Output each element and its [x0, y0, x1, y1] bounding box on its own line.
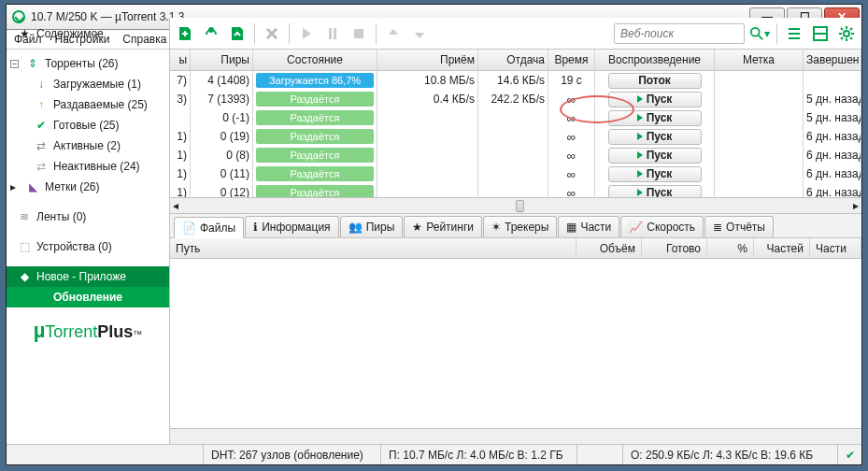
status-dht[interactable]: DHT: 267 узлов (обновление) — [203, 445, 380, 464]
tab-reports[interactable]: ≣Отчёты — [704, 216, 774, 237]
sidebar-active[interactable]: ⇄ Активные (2) — [7, 136, 169, 156]
list-scrollbar[interactable]: ◂ ▸ — [170, 197, 861, 213]
dcol-size[interactable]: Объём — [576, 238, 642, 258]
sidebar-content[interactable]: ★ Содержимое — [7, 23, 169, 44]
pieces-icon: ▦ — [566, 221, 576, 234]
detail-scrollbar[interactable] — [170, 428, 861, 444]
col-peers[interactable]: Пиры — [191, 50, 253, 70]
dcol-done[interactable]: Готово — [642, 238, 707, 258]
dcol-pieces[interactable]: Частей — [754, 238, 810, 258]
detail-tabs: 📄Файлы ℹИнформация 👥Пиры ★Рейтинги ✶Трек… — [170, 214, 861, 238]
sidebar: ★ Содержимое − ⇕ Торренты (26) ↓ Загружа… — [7, 18, 170, 444]
tab-files[interactable]: 📄Файлы — [174, 217, 244, 238]
collapse-icon[interactable]: − — [10, 60, 19, 68]
add-url-button[interactable] — [200, 22, 222, 45]
move-up-button[interactable] — [382, 22, 405, 45]
sidebar-completed[interactable]: ✔ Готовые (25) — [7, 115, 169, 136]
sidebar-seeding[interactable]: ↑ Раздаваемые (25) — [7, 94, 169, 115]
remove-button[interactable] — [261, 22, 283, 45]
speed-icon: 📈 — [629, 221, 643, 234]
app-icon — [12, 10, 25, 23]
start-button[interactable] — [295, 22, 318, 45]
trackers-icon: ✶ — [491, 221, 501, 234]
col-stream[interactable]: Воспроизведение — [595, 50, 715, 70]
info-icon: ℹ — [253, 221, 258, 234]
tab-trackers[interactable]: ✶Трекеры — [483, 216, 557, 237]
table-row[interactable]: 1)0 (11)Раздаётся∞Пуск6 дн. назад — [170, 164, 861, 183]
files-icon: 📄 — [182, 221, 196, 235]
col-state[interactable]: Состояние — [253, 50, 377, 70]
search-input[interactable] — [614, 23, 745, 44]
view-detail-button[interactable] — [809, 22, 832, 45]
stream-button[interactable]: Поток — [608, 73, 702, 89]
torrents-icon: ⇕ — [26, 57, 39, 70]
svg-point-4 — [844, 31, 849, 36]
list-header: ы Пиры Состояние Приём Отдача Время Восп… — [170, 50, 861, 71]
status-up[interactable]: О: 250.9 КБ/с Л: 4.3 КБ/с В: 19.6 КБ — [622, 445, 837, 464]
play-button[interactable]: Пуск — [608, 185, 702, 198]
tab-peers[interactable]: 👥Пиры — [340, 216, 404, 237]
sidebar-feeds[interactable]: ≋ Ленты (0) — [7, 207, 169, 227]
check-icon: ✔ — [35, 119, 48, 132]
sidebar-torrents[interactable]: − ⇕ Торренты (26) — [7, 53, 169, 74]
tab-ratings[interactable]: ★Рейтинги — [404, 216, 482, 237]
expand-icon[interactable]: ▸ — [10, 180, 21, 193]
star-icon: ★ — [18, 27, 31, 40]
download-icon: ↓ — [35, 78, 48, 91]
active-icon: ⇄ — [35, 139, 48, 152]
add-torrent-button[interactable] — [174, 22, 196, 45]
toolbar: ▾ — [170, 18, 861, 50]
table-row[interactable]: 3)7 (1393)Раздаётся0.4 КБ/s242.2 КБ/s∞Пу… — [170, 90, 861, 108]
col-done[interactable]: Завершен — [804, 50, 861, 70]
sidebar-downloading[interactable]: ↓ Загружаемые (1) — [7, 74, 169, 94]
search-button[interactable]: ▾ — [748, 22, 771, 45]
play-button[interactable]: Пуск — [608, 92, 702, 107]
tab-pieces[interactable]: ▦Части — [558, 216, 619, 237]
table-row[interactable]: 1)0 (8)Раздаётся∞Пуск6 дн. назад — [170, 146, 861, 164]
reports-icon: ≣ — [713, 221, 722, 234]
pause-button[interactable] — [321, 22, 344, 45]
rss-icon: ≋ — [18, 210, 31, 223]
play-button[interactable]: Пуск — [608, 148, 702, 164]
statusbar: DHT: 267 узлов (обновление) П: 10.7 МБ/с… — [7, 444, 861, 464]
col-time[interactable]: Время — [548, 50, 595, 70]
stop-button[interactable] — [348, 22, 370, 45]
table-row[interactable]: 7)4 (1408)Загружается 86,7%10.8 МБ/s14.6… — [170, 71, 861, 90]
table-row[interactable]: 1)0 (12)Раздаётся∞Пуск6 дн. назад — [170, 183, 861, 197]
create-torrent-button[interactable] — [226, 22, 249, 45]
upload-icon: ↑ — [35, 98, 48, 111]
settings-button[interactable] — [835, 22, 858, 45]
svg-rect-1 — [354, 29, 363, 38]
ratings-icon: ★ — [412, 221, 422, 234]
sidebar-apps[interactable]: ◆ Новое - Приложе — [7, 266, 169, 287]
peers-icon: 👥 — [349, 221, 363, 234]
table-row[interactable]: 1)0 (19)Раздаётся∞Пуск6 дн. назад — [170, 127, 861, 146]
sidebar-labels[interactable]: ▸ ◣ Метки (26) — [7, 177, 169, 197]
tab-speed[interactable]: 📈Скорость — [620, 216, 704, 237]
sidebar-devices[interactable]: ⬚ Устройства (0) — [7, 236, 169, 257]
play-button[interactable]: Пуск — [608, 166, 702, 182]
tab-info[interactable]: ℹИнформация — [245, 216, 338, 237]
label-icon: ◣ — [26, 180, 39, 193]
promo-logo[interactable]: µTorrentPlus™ — [7, 315, 169, 347]
col-down[interactable]: Приём — [377, 50, 478, 70]
sidebar-update[interactable]: Обновление — [7, 287, 169, 307]
col-seeds[interactable]: ы — [170, 50, 191, 70]
play-button[interactable]: Пуск — [608, 129, 702, 145]
col-label[interactable]: Метка — [715, 50, 804, 70]
sidebar-inactive[interactable]: ⇄ Неактивные (24) — [7, 156, 169, 177]
col-up[interactable]: Отдача — [478, 50, 548, 70]
app-window: 10.7 M/250 K — µTorrent 3.1.3 — ☐ ✕ Файл… — [6, 4, 862, 465]
detail-header: Путь Объём Готово % Частей Части — [170, 238, 861, 259]
status-down[interactable]: П: 10.7 МБ/с Л: 4.0 МБ/с В: 1.2 ГБ — [380, 445, 576, 464]
dcol-path[interactable]: Путь — [170, 238, 576, 258]
move-down-button[interactable] — [408, 22, 431, 45]
dcol-pc[interactable]: Части — [810, 238, 861, 258]
inactive-icon: ⇄ — [35, 160, 48, 173]
view-list-button[interactable] — [783, 22, 805, 45]
apps-icon: ◆ — [18, 270, 31, 283]
play-button[interactable]: Пуск — [608, 110, 702, 126]
dcol-pct[interactable]: % — [707, 238, 754, 258]
table-row[interactable]: 0 (-1)Раздаётся∞Пуск5 дн. назад — [170, 108, 861, 127]
status-net[interactable]: ✔ — [837, 445, 861, 464]
